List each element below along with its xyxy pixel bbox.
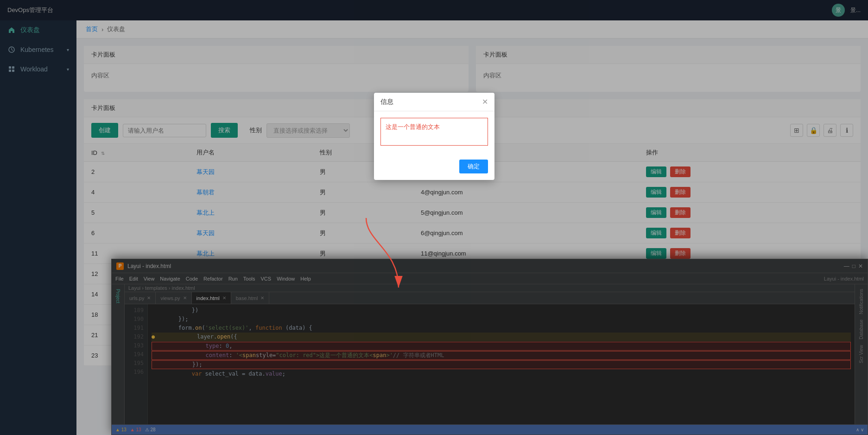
confirm-button[interactable]: 确定 bbox=[459, 160, 488, 173]
modal-text: 这是一个普通的文本 bbox=[386, 123, 440, 130]
modal-footer: 确定 bbox=[374, 157, 494, 180]
modal-dialog: 信息 ✕ 这是一个普通的文本 确定 bbox=[374, 93, 494, 180]
modal-title: 信息 bbox=[380, 98, 393, 106]
modal-body: 这是一个普通的文本 bbox=[374, 111, 494, 157]
modal-overlay: 信息 ✕ 这是一个普通的文本 确定 bbox=[0, 0, 868, 435]
modal-header: 信息 ✕ bbox=[374, 93, 494, 111]
modal-close-button[interactable]: ✕ bbox=[482, 97, 488, 106]
modal-text-box: 这是一个普通的文本 bbox=[380, 118, 488, 146]
